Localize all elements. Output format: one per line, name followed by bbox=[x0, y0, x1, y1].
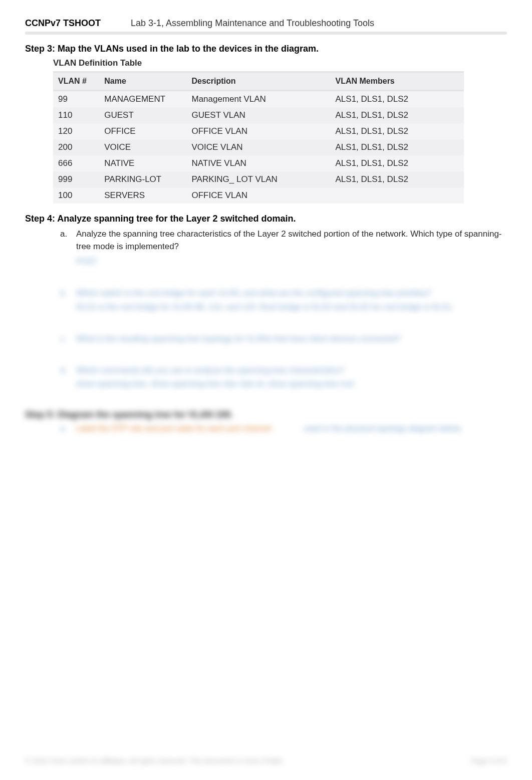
table-row: 100 SERVERS OFFICE VLAN bbox=[53, 187, 464, 204]
cell-desc: VOICE VLAN bbox=[187, 139, 331, 155]
header-divider bbox=[25, 32, 507, 35]
cell-mem: ALS1, DLS1, DLS2 bbox=[331, 91, 464, 108]
question-text-blurred: What is the resulting spanning-tree topo… bbox=[76, 333, 507, 344]
question-marker: a. bbox=[60, 424, 69, 433]
cell-name: OFFICE bbox=[99, 123, 186, 139]
table-row: 200 VOICE VOICE VLAN ALS1, DLS1, DLS2 bbox=[53, 139, 464, 155]
page: CCNPv7 TSHOOT Lab 3-1, Assembling Mainte… bbox=[0, 0, 532, 780]
cell-mem: ALS1, DLS1, DLS2 bbox=[331, 123, 464, 139]
table-row: 666 NATIVE NATIVE VLAN ALS1, DLS1, DLS2 bbox=[53, 155, 464, 171]
answer-blurred: DLS1 is the root bridge for VLAN 99, 110… bbox=[76, 301, 507, 313]
cell-vlan-id: 120 bbox=[53, 123, 99, 139]
cell-desc: OFFICE VLAN bbox=[187, 123, 331, 139]
cell-desc: OFFICE VLAN bbox=[187, 187, 331, 204]
cell-name: PARKING-LOT bbox=[99, 171, 186, 187]
footer-page-number: Page 5 of 8 bbox=[471, 757, 507, 765]
col-vlan-id: VLAN # bbox=[53, 72, 99, 91]
table-row: 999 PARKING-LOT PARKING_ LOT VLAN ALS1, … bbox=[53, 171, 464, 187]
cell-name: SERVERS bbox=[99, 187, 186, 204]
question-b: b. Which switch is the root bridge for e… bbox=[60, 287, 507, 312]
footer: © 2015 Cisco and/or its affiliates. All … bbox=[25, 757, 507, 765]
cell-desc: NATIVE VLAN bbox=[187, 155, 331, 171]
table-row: 120 OFFICE OFFICE VLAN ALS1, DLS1, DLS2 bbox=[53, 123, 464, 139]
cell-mem: ALS1, DLS1, DLS2 bbox=[331, 171, 464, 187]
question-text-blurred: Which switch is the root bridge for each… bbox=[76, 287, 507, 299]
table-row: 110 GUEST GUEST VLAN ALS1, DLS1, DLS2 bbox=[53, 107, 464, 123]
step5-title-blurred: Step 5: Diagram the spanning tree for VL… bbox=[25, 410, 507, 420]
question-marker: b. bbox=[60, 287, 69, 312]
question-body: Which commands did you use to analyze th… bbox=[76, 364, 507, 389]
step4-title: Step 4: Analyze spanning tree for the La… bbox=[25, 214, 507, 224]
col-description: Description bbox=[187, 72, 331, 91]
cell-mem: ALS1, DLS1, DLS2 bbox=[331, 107, 464, 123]
cell-mem bbox=[331, 187, 464, 204]
answer-blurred: show spanning-tree, show spanning-tree v… bbox=[76, 378, 507, 389]
question-marker: d. bbox=[60, 364, 69, 389]
header-course: CCNPv7 TSHOOT bbox=[25, 18, 101, 29]
question-body: What is the resulting spanning-tree topo… bbox=[76, 333, 507, 344]
cell-desc: Management VLAN bbox=[187, 91, 331, 108]
question-text: Analyze the spanning tree characteristic… bbox=[76, 229, 502, 251]
cell-name: GUEST bbox=[99, 107, 186, 123]
cell-name: NATIVE bbox=[99, 155, 186, 171]
step5-question-a: a. Label the STP role and port state for… bbox=[60, 424, 507, 433]
step3-title: Step 3: Map the VLANs used in the lab to… bbox=[25, 44, 507, 54]
question-marker: a. bbox=[60, 228, 69, 267]
cell-mem: ALS1, DLS1, DLS2 bbox=[331, 139, 464, 155]
cell-vlan-id: 666 bbox=[53, 155, 99, 171]
question-a: a. Analyze the spanning tree characteris… bbox=[60, 228, 507, 267]
continuation-text-blurred: used in the physical topology diagram be… bbox=[304, 424, 463, 433]
table-row: 99 MANAGEMENT Management VLAN ALS1, DLS1… bbox=[53, 91, 464, 108]
highlighted-text-blurred: Label the STP role and port state for ea… bbox=[76, 424, 271, 433]
question-body: Label the STP role and port state for ea… bbox=[76, 424, 462, 433]
question-list: a. Analyze the spanning tree characteris… bbox=[60, 228, 507, 389]
cell-vlan-id: 200 bbox=[53, 139, 99, 155]
header-row: CCNPv7 TSHOOT Lab 3-1, Assembling Mainte… bbox=[25, 18, 507, 29]
question-text-blurred: Which commands did you use to analyze th… bbox=[76, 364, 507, 376]
cell-vlan-id: 999 bbox=[53, 171, 99, 187]
cell-mem: ALS1, DLS1, DLS2 bbox=[331, 155, 464, 171]
answer-blurred: PVST bbox=[76, 256, 507, 267]
col-name: Name bbox=[99, 72, 186, 91]
table-header-row: VLAN # Name Description VLAN Members bbox=[53, 72, 464, 91]
header-lab: Lab 3-1, Assembling Maintenance and Trou… bbox=[131, 18, 374, 29]
question-c: c. What is the resulting spanning-tree t… bbox=[60, 333, 507, 344]
col-members: VLAN Members bbox=[331, 72, 464, 91]
question-marker: c. bbox=[60, 333, 69, 344]
question-body: Analyze the spanning tree characteristic… bbox=[76, 228, 507, 267]
cell-name: MANAGEMENT bbox=[99, 91, 186, 108]
cell-desc: GUEST VLAN bbox=[187, 107, 331, 123]
cell-vlan-id: 110 bbox=[53, 107, 99, 123]
cell-vlan-id: 99 bbox=[53, 91, 99, 108]
vlan-definition-table: VLAN # Name Description VLAN Members 99 … bbox=[53, 71, 464, 204]
cell-name: VOICE bbox=[99, 139, 186, 155]
footer-copyright: © 2015 Cisco and/or its affiliates. All … bbox=[25, 757, 285, 765]
question-body: Which switch is the root bridge for each… bbox=[76, 287, 507, 312]
cell-vlan-id: 100 bbox=[53, 187, 99, 204]
cell-desc: PARKING_ LOT VLAN bbox=[187, 171, 331, 187]
question-d: d. Which commands did you use to analyze… bbox=[60, 364, 507, 389]
vlan-table-title: VLAN Definition Table bbox=[53, 58, 507, 68]
